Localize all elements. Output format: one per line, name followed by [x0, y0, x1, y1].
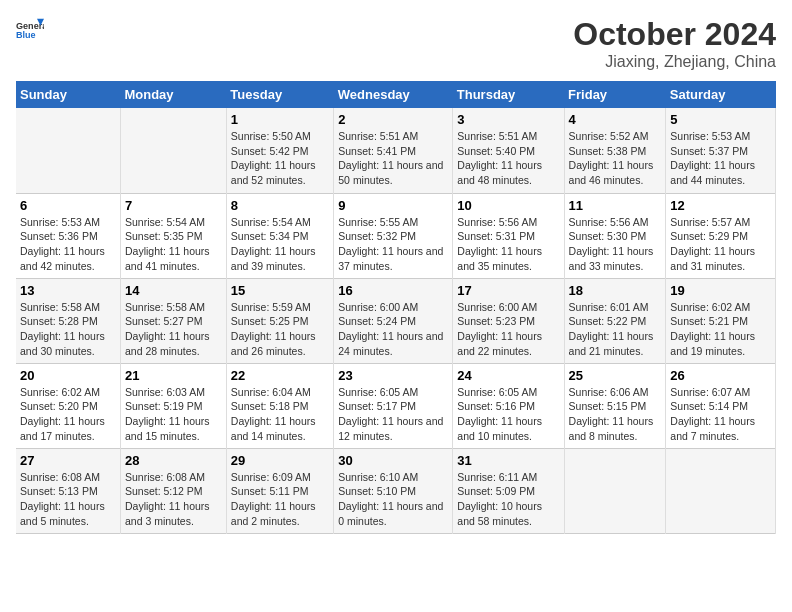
table-row: 5Sunrise: 5:53 AMSunset: 5:37 PMDaylight… — [666, 108, 776, 193]
day-number: 9 — [338, 198, 448, 213]
table-row: 15Sunrise: 5:59 AMSunset: 5:25 PMDayligh… — [226, 278, 333, 363]
table-row: 21Sunrise: 6:03 AMSunset: 5:19 PMDayligh… — [120, 363, 226, 448]
day-detail: Sunrise: 6:00 AMSunset: 5:23 PMDaylight:… — [457, 300, 559, 359]
day-detail: Sunrise: 6:07 AMSunset: 5:14 PMDaylight:… — [670, 385, 771, 444]
day-number: 11 — [569, 198, 662, 213]
day-number: 14 — [125, 283, 222, 298]
day-number: 25 — [569, 368, 662, 383]
table-row: 27Sunrise: 6:08 AMSunset: 5:13 PMDayligh… — [16, 448, 120, 533]
day-detail: Sunrise: 5:56 AMSunset: 5:30 PMDaylight:… — [569, 215, 662, 274]
day-number: 3 — [457, 112, 559, 127]
day-detail: Sunrise: 6:09 AMSunset: 5:11 PMDaylight:… — [231, 470, 329, 529]
calendar-subtitle: Jiaxing, Zhejiang, China — [573, 53, 776, 71]
table-row: 25Sunrise: 6:06 AMSunset: 5:15 PMDayligh… — [564, 363, 666, 448]
table-row: 17Sunrise: 6:00 AMSunset: 5:23 PMDayligh… — [453, 278, 564, 363]
table-row: 4Sunrise: 5:52 AMSunset: 5:38 PMDaylight… — [564, 108, 666, 193]
logo: General Blue — [16, 16, 44, 44]
day-number: 6 — [20, 198, 116, 213]
day-number: 19 — [670, 283, 771, 298]
day-number: 5 — [670, 112, 771, 127]
svg-text:Blue: Blue — [16, 30, 36, 40]
day-detail: Sunrise: 5:54 AMSunset: 5:35 PMDaylight:… — [125, 215, 222, 274]
table-row: 3Sunrise: 5:51 AMSunset: 5:40 PMDaylight… — [453, 108, 564, 193]
col-thursday: Thursday — [453, 81, 564, 108]
table-row: 16Sunrise: 6:00 AMSunset: 5:24 PMDayligh… — [334, 278, 453, 363]
day-detail: Sunrise: 6:03 AMSunset: 5:19 PMDaylight:… — [125, 385, 222, 444]
day-detail: Sunrise: 6:06 AMSunset: 5:15 PMDaylight:… — [569, 385, 662, 444]
day-detail: Sunrise: 5:58 AMSunset: 5:27 PMDaylight:… — [125, 300, 222, 359]
calendar-row: 27Sunrise: 6:08 AMSunset: 5:13 PMDayligh… — [16, 448, 776, 533]
table-row: 29Sunrise: 6:09 AMSunset: 5:11 PMDayligh… — [226, 448, 333, 533]
table-row: 24Sunrise: 6:05 AMSunset: 5:16 PMDayligh… — [453, 363, 564, 448]
day-number: 16 — [338, 283, 448, 298]
table-row — [120, 108, 226, 193]
day-number: 23 — [338, 368, 448, 383]
day-number: 22 — [231, 368, 329, 383]
day-number: 10 — [457, 198, 559, 213]
day-detail: Sunrise: 5:55 AMSunset: 5:32 PMDaylight:… — [338, 215, 448, 274]
table-row: 31Sunrise: 6:11 AMSunset: 5:09 PMDayligh… — [453, 448, 564, 533]
day-number: 21 — [125, 368, 222, 383]
table-row: 30Sunrise: 6:10 AMSunset: 5:10 PMDayligh… — [334, 448, 453, 533]
header-row: Sunday Monday Tuesday Wednesday Thursday… — [16, 81, 776, 108]
table-row: 26Sunrise: 6:07 AMSunset: 5:14 PMDayligh… — [666, 363, 776, 448]
table-row: 19Sunrise: 6:02 AMSunset: 5:21 PMDayligh… — [666, 278, 776, 363]
day-detail: Sunrise: 5:59 AMSunset: 5:25 PMDaylight:… — [231, 300, 329, 359]
logo-icon: General Blue — [16, 16, 44, 44]
col-wednesday: Wednesday — [334, 81, 453, 108]
day-detail: Sunrise: 5:53 AMSunset: 5:36 PMDaylight:… — [20, 215, 116, 274]
calendar-row: 20Sunrise: 6:02 AMSunset: 5:20 PMDayligh… — [16, 363, 776, 448]
col-friday: Friday — [564, 81, 666, 108]
table-row: 11Sunrise: 5:56 AMSunset: 5:30 PMDayligh… — [564, 193, 666, 278]
calendar-body: 1Sunrise: 5:50 AMSunset: 5:42 PMDaylight… — [16, 108, 776, 533]
table-row: 1Sunrise: 5:50 AMSunset: 5:42 PMDaylight… — [226, 108, 333, 193]
day-detail: Sunrise: 5:56 AMSunset: 5:31 PMDaylight:… — [457, 215, 559, 274]
day-detail: Sunrise: 5:51 AMSunset: 5:41 PMDaylight:… — [338, 129, 448, 188]
day-number: 31 — [457, 453, 559, 468]
day-detail: Sunrise: 5:57 AMSunset: 5:29 PMDaylight:… — [670, 215, 771, 274]
day-detail: Sunrise: 6:08 AMSunset: 5:12 PMDaylight:… — [125, 470, 222, 529]
day-detail: Sunrise: 6:08 AMSunset: 5:13 PMDaylight:… — [20, 470, 116, 529]
table-row: 23Sunrise: 6:05 AMSunset: 5:17 PMDayligh… — [334, 363, 453, 448]
day-number: 1 — [231, 112, 329, 127]
table-row — [16, 108, 120, 193]
title-block: October 2024 Jiaxing, Zhejiang, China — [573, 16, 776, 71]
table-row: 10Sunrise: 5:56 AMSunset: 5:31 PMDayligh… — [453, 193, 564, 278]
day-number: 15 — [231, 283, 329, 298]
table-row: 6Sunrise: 5:53 AMSunset: 5:36 PMDaylight… — [16, 193, 120, 278]
day-number: 20 — [20, 368, 116, 383]
day-number: 27 — [20, 453, 116, 468]
day-number: 18 — [569, 283, 662, 298]
day-number: 7 — [125, 198, 222, 213]
table-row: 22Sunrise: 6:04 AMSunset: 5:18 PMDayligh… — [226, 363, 333, 448]
col-saturday: Saturday — [666, 81, 776, 108]
table-row — [666, 448, 776, 533]
page-header: General Blue October 2024 Jiaxing, Zheji… — [16, 16, 776, 71]
calendar-row: 13Sunrise: 5:58 AMSunset: 5:28 PMDayligh… — [16, 278, 776, 363]
table-row: 28Sunrise: 6:08 AMSunset: 5:12 PMDayligh… — [120, 448, 226, 533]
day-number: 12 — [670, 198, 771, 213]
table-row: 8Sunrise: 5:54 AMSunset: 5:34 PMDaylight… — [226, 193, 333, 278]
table-row — [564, 448, 666, 533]
day-number: 4 — [569, 112, 662, 127]
day-detail: Sunrise: 5:51 AMSunset: 5:40 PMDaylight:… — [457, 129, 559, 188]
day-number: 30 — [338, 453, 448, 468]
day-number: 26 — [670, 368, 771, 383]
day-number: 24 — [457, 368, 559, 383]
day-detail: Sunrise: 6:01 AMSunset: 5:22 PMDaylight:… — [569, 300, 662, 359]
day-detail: Sunrise: 5:52 AMSunset: 5:38 PMDaylight:… — [569, 129, 662, 188]
day-detail: Sunrise: 5:53 AMSunset: 5:37 PMDaylight:… — [670, 129, 771, 188]
day-detail: Sunrise: 6:00 AMSunset: 5:24 PMDaylight:… — [338, 300, 448, 359]
day-detail: Sunrise: 6:02 AMSunset: 5:21 PMDaylight:… — [670, 300, 771, 359]
day-number: 29 — [231, 453, 329, 468]
col-sunday: Sunday — [16, 81, 120, 108]
col-monday: Monday — [120, 81, 226, 108]
day-detail: Sunrise: 5:50 AMSunset: 5:42 PMDaylight:… — [231, 129, 329, 188]
table-row: 12Sunrise: 5:57 AMSunset: 5:29 PMDayligh… — [666, 193, 776, 278]
day-detail: Sunrise: 5:54 AMSunset: 5:34 PMDaylight:… — [231, 215, 329, 274]
day-number: 8 — [231, 198, 329, 213]
table-row: 7Sunrise: 5:54 AMSunset: 5:35 PMDaylight… — [120, 193, 226, 278]
calendar-table: Sunday Monday Tuesday Wednesday Thursday… — [16, 81, 776, 534]
calendar-title: October 2024 — [573, 16, 776, 53]
day-number: 17 — [457, 283, 559, 298]
